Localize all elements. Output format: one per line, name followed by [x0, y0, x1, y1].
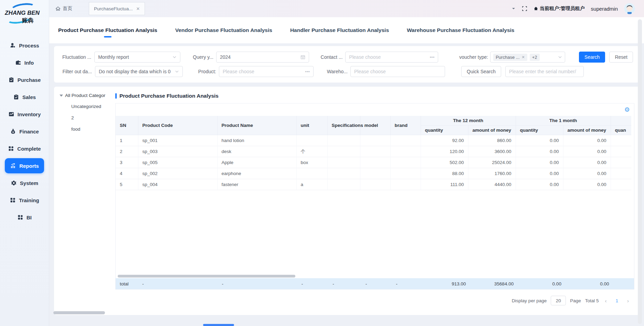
table-cell: a [296, 179, 327, 190]
table-cell: 0.00 [516, 135, 563, 146]
page-size-select[interactable]: 20 [551, 296, 566, 305]
grid-icon [8, 145, 14, 152]
table-cell [360, 135, 390, 146]
ellipsis-icon[interactable]: ••• [305, 69, 310, 74]
sidebar-item-purchase[interactable]: Purchase [5, 72, 44, 87]
sidebar-item-label: Reports [19, 163, 39, 169]
table-cell: 25024.00 [468, 157, 516, 168]
document-tab[interactable]: PurchaseFluctua... ✕ [89, 2, 145, 15]
report-title-row: Product Purchase Fluctuation Analysis [115, 93, 634, 99]
tree-item[interactable]: Uncategorized [60, 101, 115, 112]
main-column: 首页 PurchaseFluctua... ✕ 当前租户:管理员租户 [49, 0, 644, 326]
filter-out-value: Do not display the data which is 0 [99, 69, 171, 74]
sidebar-item-bi[interactable]: BI [5, 210, 44, 225]
table-cell: box [296, 157, 327, 168]
sidebar-item-finance[interactable]: Finance [5, 124, 44, 139]
contact-input[interactable]: Please choose ••• [345, 52, 438, 63]
current-page-number[interactable]: 1 [613, 298, 621, 303]
page-tab[interactable]: Vendor Purchase Fluctuation Analysis [175, 22, 272, 38]
h-scrollbar-thumb[interactable] [118, 275, 295, 278]
sidebar-item-system[interactable]: System [5, 175, 44, 191]
total-row-table: total------913.0035684.000.000.00 [116, 278, 634, 289]
bottom-scroll-indicator[interactable] [203, 324, 234, 326]
table-cell: 0.00 [563, 157, 611, 168]
serial-number-input[interactable]: Please enter the serial number/ [505, 66, 584, 77]
sidebar-item-label: Inventory [18, 111, 41, 117]
sidebar-item-reports[interactable]: Reports [5, 158, 44, 173]
voucher-type-multiselect[interactable]: Purchase ... ✕ +2 [490, 52, 565, 63]
caret-down-icon[interactable] [60, 95, 63, 97]
search-button[interactable]: Search [579, 52, 605, 63]
filter-out-select[interactable]: Do not display the data which is 0 [95, 66, 183, 77]
warehouse-input[interactable]: Please choose [350, 66, 445, 77]
pagination-bar: Display per page 20 Page Total 5 ‹ 1 › [115, 290, 634, 312]
table-cell: 111.00 [421, 179, 468, 190]
topbar: 首页 PurchaseFluctua... ✕ 当前租户:管理员租户 [49, 0, 644, 17]
page-tab[interactable]: Product Purchase Fluctuation Analysis [58, 22, 157, 38]
tag-close-icon[interactable]: ✕ [522, 55, 525, 59]
table-cell [360, 168, 390, 179]
logo-text-cn: 账犇 [22, 17, 34, 24]
chart-line-icon [8, 111, 14, 117]
sidebar-item-label: Purchase [18, 77, 41, 83]
window-v-scrollbar-track[interactable] [638, 19, 642, 324]
ellipsis-icon[interactable]: ••• [430, 55, 435, 60]
table-row: 5sp_004fastenera111.004440.000.000.00 [116, 179, 631, 190]
table-settings-gear-icon[interactable]: ⚙ [624, 107, 630, 113]
fluctuation-select[interactable]: Monthly report [94, 52, 180, 63]
home-tab[interactable]: 首页 [49, 0, 80, 17]
table-cell [327, 146, 360, 157]
sidebar-item-label: Training [19, 197, 39, 203]
avatar[interactable] [624, 3, 635, 14]
chevron-down-icon [172, 55, 177, 59]
money-bag-icon [10, 128, 16, 134]
sidebar-item-label: Info [24, 60, 34, 66]
data-table: SNProduct CodeProduct NameunitSpecificat… [116, 116, 631, 190]
query-year-input[interactable]: 2024 [216, 52, 309, 63]
table-cell: 0.00 [563, 179, 611, 190]
page-tab[interactable]: Warehouse Purchase Fluctuation Analysis [407, 22, 514, 38]
sidebar-item-inventory[interactable]: Inventory [5, 107, 44, 122]
reset-button[interactable]: Reset [609, 52, 633, 63]
filter-panel: Fluctuation ... Monthly report Query y..… [54, 46, 639, 83]
sidebar-item-complete[interactable]: Complete [5, 141, 44, 156]
page-tab[interactable]: Handler Purchase Fluctuation Analysis [290, 22, 389, 38]
total-row: total------913.0035684.000.000.00 [116, 278, 634, 289]
chevron-down-icon[interactable] [511, 7, 516, 11]
table-cell [611, 135, 631, 146]
product-input[interactable]: Please choose ••• [219, 66, 314, 77]
table-row: 1sp_001hand lotion92.00860.000.000.00 [116, 135, 631, 146]
sidebar-item-process[interactable]: Process [5, 38, 44, 53]
username[interactable]: superadmin [591, 6, 618, 12]
product-placeholder: Please choose [223, 69, 254, 74]
serial-placeholder: Please enter the serial number/ [509, 69, 576, 74]
column-header: SN [116, 116, 138, 135]
table-cell: sp_005 [138, 157, 217, 168]
document-tab-label: PurchaseFluctua... [94, 6, 133, 11]
window-h-scrollbar-thumb[interactable] [53, 311, 105, 314]
tree-item[interactable]: 2 [60, 112, 115, 123]
sidebar-item-sales[interactable]: Sales [5, 89, 44, 105]
table-cell: 3 [116, 157, 138, 168]
table-row: 3sp_005Applebox502.0025024.000.000.00 [116, 157, 631, 168]
tree-root-all-categories[interactable]: All Product Categor [60, 93, 115, 98]
prev-page-icon[interactable]: ‹ [603, 298, 609, 304]
title-accent-bar [115, 93, 117, 99]
table-cell: 120.00 [421, 146, 468, 157]
table-cell [611, 168, 631, 179]
quick-search-button[interactable]: Quick Search [461, 66, 501, 77]
product-label: Product: [191, 69, 216, 74]
sidebar-item-training[interactable]: Training [5, 193, 44, 208]
filter-out-label: Filter out da... [60, 69, 92, 74]
next-page-icon[interactable]: › [625, 298, 631, 304]
tree-item[interactable]: food [60, 123, 115, 135]
table-cell [390, 146, 421, 157]
home-tab-label: 首页 [63, 6, 72, 12]
category-tree: All Product Categor Uncategorized2food [54, 87, 115, 315]
table-cell: 0.00 [516, 168, 563, 179]
column-subheader: amount of money [468, 126, 516, 135]
sidebar-item-info[interactable]: Info [5, 55, 44, 70]
close-icon[interactable]: ✕ [136, 6, 140, 11]
fullscreen-icon[interactable] [522, 6, 527, 11]
table-cell: sp_003 [138, 146, 217, 157]
